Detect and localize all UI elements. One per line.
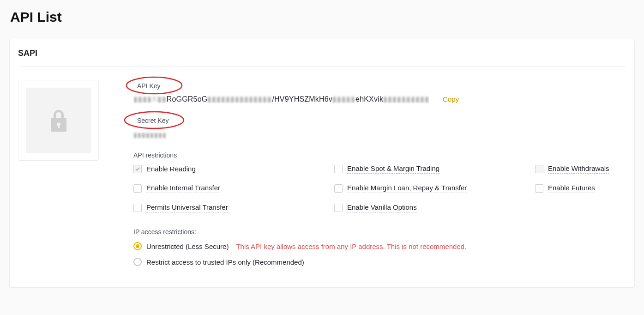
checkbox-enable-vanilla-options[interactable]: Enable Vanilla Options	[334, 203, 535, 212]
api-details: API Key ▮▮▮▮X▮▮RoGGR5oG▮▮▮▮▮▮▮▮▮▮▮▮▮▮/HV…	[133, 80, 626, 273]
checkbox-enable-internal-transfer[interactable]: Enable Internal Transfer	[133, 184, 334, 193]
secret-key-value: ▮▮▮▮▮▮▮▮	[133, 131, 626, 139]
api-key-clear-frag: ehKXvik	[355, 95, 383, 103]
checkbox-label: Enable Margin Loan, Repay & Transfer	[347, 184, 467, 193]
radio-label: Restrict access to trusted IPs only (Rec…	[146, 258, 304, 266]
ip-access-label: IP access restrictions:	[133, 228, 626, 236]
page-title: API List	[0, 0, 644, 34]
api-key-masked-frag: ▮▮▮▮▮	[332, 95, 355, 103]
qr-placeholder	[18, 80, 99, 161]
api-key-masked-frag: ▮▮▮▮▮▮▮▮▮▮▮▮▮▮	[207, 95, 272, 103]
secret-key-block: Secret Key ▮▮▮▮▮▮▮▮	[133, 115, 626, 139]
api-key-label: API Key	[137, 82, 161, 90]
checkbox-icon	[535, 165, 543, 173]
checkbox-label: Enable Internal Transfer	[146, 184, 220, 193]
checkbox-icon	[535, 184, 543, 193]
radio-icon	[133, 258, 142, 266]
radio-icon	[133, 242, 142, 250]
api-key-label-annotated: API Key	[124, 80, 174, 92]
checkbox-label: Enable Futures	[548, 184, 595, 193]
api-key-clear-frag: /HV9YHSZMkH6v	[272, 95, 332, 103]
api-key-row: ▮▮▮▮X▮▮RoGGR5oG▮▮▮▮▮▮▮▮▮▮▮▮▮▮/HV9YHSZMkH…	[133, 95, 626, 103]
copy-api-key-button[interactable]: Copy	[443, 95, 459, 103]
checkbox-icon	[133, 184, 142, 193]
api-restrictions-label: API restrictions	[133, 151, 626, 159]
checkbox-enable-margin-loan[interactable]: Enable Margin Loan, Repay & Transfer	[334, 184, 535, 193]
api-entry-name: SAPI	[18, 48, 626, 67]
radio-restricted[interactable]: Restrict access to trusted IPs only (Rec…	[133, 258, 626, 266]
api-key-value: ▮▮▮▮X▮▮RoGGR5oG▮▮▮▮▮▮▮▮▮▮▮▮▮▮/HV9YHSZMkH…	[133, 95, 429, 103]
secret-key-label-annotated: Secret Key	[124, 115, 181, 127]
ip-warning-text: This API key allows access from any IP a…	[236, 242, 466, 250]
api-content-row: API Key ▮▮▮▮X▮▮RoGGR5oG▮▮▮▮▮▮▮▮▮▮▮▮▮▮/HV…	[18, 80, 626, 273]
checkbox-icon	[334, 165, 343, 173]
checkbox-label: Permits Universal Transfer	[146, 203, 228, 212]
checkbox-label: Enable Spot & Margin Trading	[347, 164, 439, 174]
checkbox-enable-withdrawals[interactable]: Enable Withdrawals	[535, 164, 626, 174]
checkbox-icon	[133, 204, 142, 212]
api-key-masked-frag: ▮▮▮▮▮▮▮▮▮▮▮▮▮▮v	[383, 95, 429, 103]
checkbox-icon	[133, 165, 142, 173]
lock-icon	[48, 109, 69, 133]
checkbox-icon	[334, 204, 343, 212]
secret-key-label: Secret Key	[137, 117, 169, 124]
checkbox-permits-universal-transfer[interactable]: Permits Universal Transfer	[133, 203, 334, 212]
checkbox-enable-reading[interactable]: Enable Reading	[133, 164, 334, 174]
checkbox-enable-spot-margin[interactable]: Enable Spot & Margin Trading	[334, 164, 535, 174]
checkbox-label: Enable Reading	[146, 165, 196, 174]
lock-image-box	[26, 88, 91, 153]
api-card: SAPI API Key ▮▮▮▮X▮▮RoGGR5oG▮▮▮▮▮▮▮▮▮▮▮▮…	[9, 39, 635, 288]
api-restrictions-grid: Enable Reading Enable Spot & Margin Trad…	[133, 164, 626, 212]
checkbox-label: Enable Withdrawals	[548, 164, 609, 174]
checkbox-icon	[334, 184, 343, 193]
radio-label: Unrestricted (Less Secure)	[146, 242, 229, 250]
radio-unrestricted[interactable]: Unrestricted (Less Secure) This API key …	[133, 242, 626, 250]
api-key-clear-frag: RoGGR5oG	[167, 95, 208, 103]
checkbox-enable-futures[interactable]: Enable Futures	[535, 184, 626, 193]
api-key-masked-frag: ▮▮▮▮X▮▮	[133, 95, 167, 103]
checkbox-label: Enable Vanilla Options	[347, 203, 417, 212]
